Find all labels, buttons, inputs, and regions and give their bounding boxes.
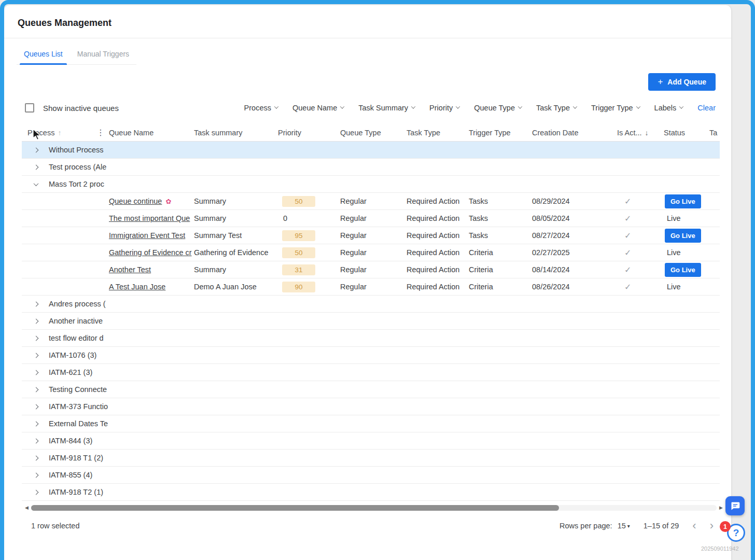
go-live-button[interactable]: Go Live: [665, 229, 701, 243]
expand-icon[interactable]: [34, 353, 39, 358]
process-group-row[interactable]: Test process (Ale: [22, 159, 720, 176]
queue-row[interactable]: Queue continue✿Summary50RegularRequired …: [22, 193, 720, 210]
queue-row[interactable]: A Test Juan JoseDemo A Juan Jose90Regula…: [22, 278, 720, 296]
watermark-text: 202509011942: [701, 545, 739, 552]
scrollbar-track[interactable]: [31, 505, 717, 511]
queue-name-link[interactable]: Immigration Event Test: [109, 231, 185, 240]
next-page-button[interactable]: ›: [710, 520, 714, 531]
expand-icon[interactable]: [34, 335, 39, 341]
expand-icon[interactable]: [34, 164, 39, 170]
queue-name-link[interactable]: A Test Juan Jose: [109, 283, 165, 291]
process-group-row[interactable]: test flow editor d: [22, 330, 720, 347]
queue-name-link[interactable]: The most important Que: [109, 214, 190, 222]
filter-trigger-type[interactable]: Trigger Type: [591, 104, 640, 112]
is-active-cell: ✓: [617, 197, 664, 206]
queue-name-link[interactable]: Gathering of Evidence cr: [109, 248, 192, 257]
column-header-process[interactable]: Process ↑: [22, 129, 96, 137]
filter-label: Process: [244, 104, 271, 112]
process-group-row[interactable]: IATM-844 (3): [22, 432, 720, 450]
queue-row[interactable]: Immigration Event TestSummary Test95Regu…: [22, 227, 720, 244]
status-cell: Go Live: [664, 229, 709, 243]
column-header-is-active[interactable]: Is Act... ↓: [617, 129, 664, 137]
filter-labels[interactable]: Labels: [654, 104, 683, 112]
process-group-row[interactable]: IATM-918 T2 (1): [22, 484, 720, 501]
rows-per-page-select[interactable]: 15 ▾: [618, 522, 630, 530]
process-group-row[interactable]: Andres process (: [22, 296, 720, 313]
priority-cell: 95: [278, 230, 340, 241]
filter-process[interactable]: Process: [244, 104, 278, 112]
horizontal-scrollbar[interactable]: ◀ ▶: [25, 503, 723, 512]
process-group-row[interactable]: External Dates Te: [22, 415, 720, 432]
expand-icon[interactable]: [34, 472, 39, 478]
filter-task-summary[interactable]: Task Summary: [358, 104, 415, 112]
add-queue-button[interactable]: + Add Queue: [648, 73, 716, 91]
show-inactive-row: Show inactive queues: [25, 103, 119, 113]
expand-icon[interactable]: [34, 404, 39, 409]
process-group-row[interactable]: Another inactive: [22, 313, 720, 330]
creation-date-cell: 08/14/2024: [532, 265, 617, 274]
task-summary-cell: Demo A Juan Jose: [194, 283, 278, 291]
process-group-row[interactable]: IATM-373 Functio: [22, 398, 720, 415]
column-header-task-type[interactable]: Task Type: [407, 129, 469, 137]
status-text: Live: [664, 283, 681, 291]
scroll-right-icon[interactable]: ▶: [719, 505, 723, 510]
process-group-row[interactable]: IATM-855 (4): [22, 467, 720, 484]
process-group-row[interactable]: IATM-1076 (3): [22, 347, 720, 364]
collapse-icon[interactable]: [34, 181, 39, 186]
column-header-ta[interactable]: Ta: [709, 129, 720, 137]
filter-priority[interactable]: Priority: [429, 104, 459, 112]
panel-header: Queues Management: [4, 5, 731, 38]
rows-per-page-label: Rows per page:: [560, 522, 612, 530]
process-group-label: IATM-855 (4): [49, 471, 92, 479]
go-live-button[interactable]: Go Live: [665, 194, 701, 208]
column-header-status[interactable]: Status: [664, 129, 709, 137]
column-header-creation-date[interactable]: Creation Date: [532, 129, 617, 137]
column-header-queue-name[interactable]: Queue Name: [109, 129, 194, 137]
column-header-queue-type[interactable]: Queue Type: [340, 129, 407, 137]
process-group-row[interactable]: Testing Connecte: [22, 381, 720, 398]
queue-row[interactable]: The most important QueSummary0RegularReq…: [22, 210, 720, 227]
expand-icon[interactable]: [34, 147, 39, 152]
queue-row[interactable]: Another TestSummary31RegularRequired Act…: [22, 261, 720, 278]
queue-name-link[interactable]: Queue continue: [109, 197, 162, 205]
filter-queue-name[interactable]: Queue Name: [292, 104, 344, 112]
process-group-row[interactable]: Without Process: [22, 142, 720, 159]
expand-icon[interactable]: [34, 438, 39, 443]
expand-icon[interactable]: [34, 489, 39, 495]
queue-name-link[interactable]: Another Test: [109, 265, 151, 274]
column-header-task-summary[interactable]: Task summary: [194, 129, 278, 137]
expand-icon[interactable]: [34, 455, 39, 460]
process-group-row[interactable]: Mass Tort 2 proc: [22, 176, 720, 193]
process-group-row[interactable]: IATM-621 (3): [22, 364, 720, 381]
chat-widget-button[interactable]: [725, 496, 745, 515]
queue-row[interactable]: Gathering of Evidence crGathering of Evi…: [22, 244, 720, 261]
clear-filters-button[interactable]: Clear: [697, 104, 716, 112]
expand-icon[interactable]: [34, 301, 39, 306]
tab-manual-triggers[interactable]: Manual Triggers: [70, 44, 136, 64]
filter-bar: ProcessQueue NameTask SummaryPriorityQue…: [244, 104, 683, 112]
expand-icon[interactable]: [34, 318, 39, 324]
filter-queue-type[interactable]: Queue Type: [474, 104, 522, 112]
plus-icon: +: [658, 77, 663, 87]
scroll-left-icon[interactable]: ◀: [25, 505, 29, 510]
column-header-trigger-type[interactable]: Trigger Type: [469, 129, 532, 137]
column-header-priority[interactable]: Priority: [278, 129, 340, 137]
creation-date-cell: 08/26/2024: [532, 283, 617, 291]
column-menu-icon[interactable]: ⋮: [96, 128, 109, 137]
expand-icon[interactable]: [34, 387, 39, 392]
filter-task-type[interactable]: Task Type: [536, 104, 577, 112]
priority-value: 50: [282, 196, 315, 207]
sort-ascending-icon[interactable]: ↑: [58, 129, 61, 137]
previous-page-button[interactable]: ‹: [692, 520, 696, 531]
queue-name-cell: Immigration Event Test: [109, 231, 194, 240]
priority-cell: 0: [278, 214, 340, 222]
process-group-row[interactable]: IATM-918 T1 (2): [22, 450, 720, 467]
go-live-button[interactable]: Go Live: [665, 263, 701, 277]
task-type-cell: Required Action: [407, 231, 469, 240]
scrollbar-thumb[interactable]: [31, 505, 559, 511]
show-inactive-checkbox[interactable]: [25, 103, 34, 113]
tab-queues-list[interactable]: Queues List: [17, 44, 70, 64]
expand-icon[interactable]: [34, 370, 39, 375]
expand-icon[interactable]: [34, 421, 39, 426]
page-title: Queues Management: [18, 18, 718, 29]
